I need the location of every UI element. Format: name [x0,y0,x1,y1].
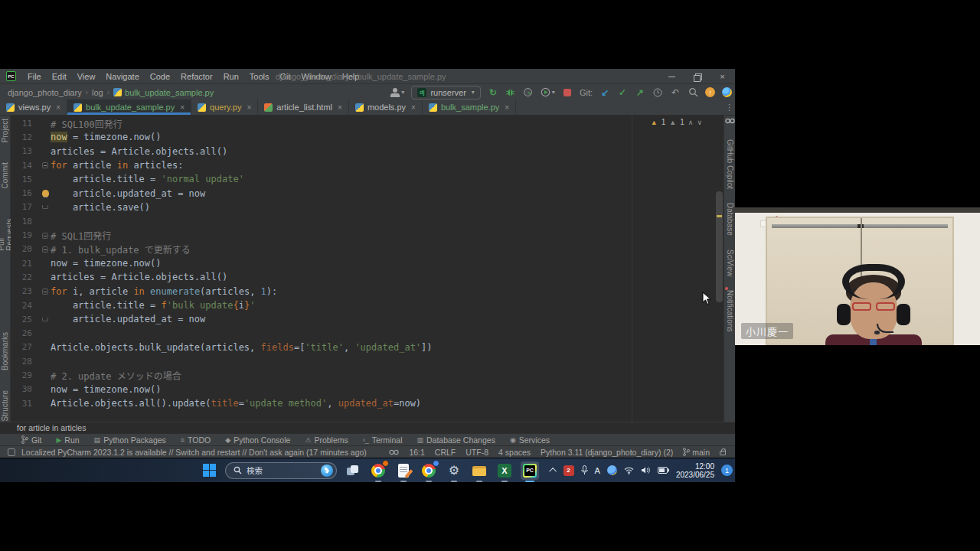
volume-icon[interactable] [641,466,651,474]
profiler-button[interactable] [523,86,534,99]
fold-end-icon[interactable] [42,205,48,209]
code-line[interactable]: 21now = timezone.now() [11,256,713,270]
menu-code[interactable]: Code [145,70,175,83]
tab-bulk_update_sample.py[interactable]: bulk_update_sample.py× [67,99,191,115]
notification-count-badge[interactable]: 1 [721,465,733,476]
history-button[interactable] [652,86,663,99]
tool-strip-project[interactable]: Project [1,119,9,142]
notepad-taskbar-button[interactable] [394,461,413,480]
code-line[interactable]: 16 article.updated_at = now [11,186,713,200]
battery-icon[interactable] [658,467,669,474]
copilot-status-icon[interactable] [389,449,399,455]
menu-run[interactable]: Run [218,70,244,83]
recorder-tray-icon[interactable]: 2 [564,465,574,476]
toolwindow-python-packages[interactable]: ▤Python Packages [94,435,166,445]
breadcrumb-project[interactable]: django_photo_diary [8,88,82,97]
tab-article_list.html[interactable]: article_list.html× [258,99,349,115]
toolwindow-services[interactable]: ◉Services [510,435,550,445]
inspections-widget[interactable]: ▲ 1 ▲ 1 ∧ ∨ [651,118,702,126]
github-copilot-icon[interactable] [725,118,735,124]
scrollbar-thumb[interactable] [716,191,723,302]
close-button[interactable]: × [710,69,735,84]
code-line[interactable]: 29# 2. update メソッドの場合 [11,368,713,382]
code-line[interactable]: 12now = timezone.now() [11,130,713,144]
run-with-coverage-button[interactable]: ▾ [541,86,555,99]
code-line[interactable]: 24 article.title = f'bulk update{i}' [11,298,713,312]
git-branch-widget[interactable]: main [683,448,710,457]
menu-file[interactable]: File [22,70,47,83]
code-line[interactable]: 22articles = Article.objects.all() [11,270,713,284]
tool-strip-notifications[interactable]: Notifications [726,290,734,331]
code-line[interactable]: 14for article in articles: [11,158,713,172]
tab-close-icon[interactable]: × [505,103,509,112]
task-view-button[interactable] [344,461,362,480]
chrome-profile-1-taskbar-button[interactable] [369,461,387,480]
run-configuration-select[interactable]: dj runserver ▾ [411,86,480,99]
tab-models.py[interactable]: models.py× [349,99,423,115]
tray-chevron-icon[interactable] [549,468,557,475]
restore-button[interactable] [684,69,710,84]
fold-collapse-icon[interactable] [42,289,48,295]
tab-close-icon[interactable]: × [180,103,185,112]
fold-end-icon[interactable] [42,318,48,321]
tool-strip-commit[interactable]: Commit [1,162,9,188]
tab-close-icon[interactable]: × [338,103,342,112]
next-issue-icon[interactable]: ∨ [697,119,702,126]
code-line[interactable]: 13articles = Article.objects.all() [11,145,713,158]
code-line[interactable]: 30now = timezone.now() [11,383,713,396]
wifi-icon[interactable] [624,467,634,474]
fold-collapse-icon[interactable] [42,162,48,168]
microphone-icon[interactable] [581,465,588,475]
git-push-button[interactable]: ↗ [635,86,645,99]
code-line[interactable]: 15 article.title = 'normal update' [11,172,713,186]
breadcrumb-file[interactable]: bulk_update_sample.py [113,88,214,97]
taskbar-search[interactable]: 検索 [225,462,337,479]
stop-button[interactable] [562,86,573,99]
line-separator[interactable]: CRLF [435,448,456,457]
code-line[interactable]: 17 article.save() [11,201,713,214]
menu-edit[interactable]: Edit [47,70,72,83]
rerun-button[interactable]: ↻ [488,86,498,99]
toolwindow-git[interactable]: Git [21,435,41,445]
code-line[interactable]: 18 [11,214,713,228]
debug-button[interactable] [505,86,516,99]
toolwindow-python-console[interactable]: ◆Python Console [225,435,290,445]
fold-collapse-icon[interactable] [42,246,48,253]
breadcrumb-folder[interactable]: log [92,88,103,97]
editor-scrollbar[interactable] [714,116,724,422]
tab-views.py[interactable]: views.py× [0,99,67,115]
minimize-button[interactable] [659,69,684,84]
git-update-button[interactable]: ↙ [599,86,610,99]
status-message[interactable]: Localized PyCharm 2023.1.2 is available … [21,448,367,457]
user-account-button[interactable]: ▾ [390,86,404,99]
toolwindow-run[interactable]: ▶Run [56,435,79,445]
settings-taskbar-button[interactable]: ⚙ [445,461,463,480]
code-line[interactable]: 11# SQL100回発行 [11,116,713,130]
menu-tools[interactable]: Tools [244,70,275,83]
python-interpreter[interactable]: Python 3.11 (django_photo_diary) (2) [541,448,673,457]
chrome-profile-2-taskbar-button[interactable] [420,461,438,480]
toolwindow-todo[interactable]: ≡TODO [181,435,211,445]
tool-window-toggle-icon[interactable] [8,448,15,456]
tab-close-icon[interactable]: × [411,103,416,112]
tray-clock[interactable]: 12:00 2023/06/25 [676,462,714,479]
caret-position[interactable]: 16:1 [409,448,424,457]
code-line[interactable]: 26 [11,326,713,340]
intention-bulb-icon[interactable] [42,190,49,197]
menu-navigate[interactable]: Navigate [100,70,144,83]
tool-strip-sciview[interactable]: SciView [726,249,734,276]
more-tabs-icon[interactable]: ⋮ [725,103,733,112]
ide-update-badge[interactable]: ↑ [705,87,715,97]
indent-style[interactable]: 4 spaces [498,448,531,457]
tab-query.py[interactable]: query.py× [191,99,258,115]
code-line[interactable]: 27Article.objects.bulk_update(articles, … [11,341,713,354]
prev-issue-icon[interactable]: ∧ [688,119,694,126]
pycharm-taskbar-button[interactable]: PC [521,461,539,480]
file-encoding[interactable]: UTF-8 [466,448,488,457]
code-line[interactable]: 19# SQL1回発行 [11,228,713,242]
start-button[interactable] [200,461,218,480]
code-line[interactable]: 28 [11,354,713,368]
file-explorer-taskbar-button[interactable] [470,461,488,480]
tab-close-icon[interactable]: × [247,103,251,112]
tool-strip-database[interactable]: Database [726,203,734,236]
